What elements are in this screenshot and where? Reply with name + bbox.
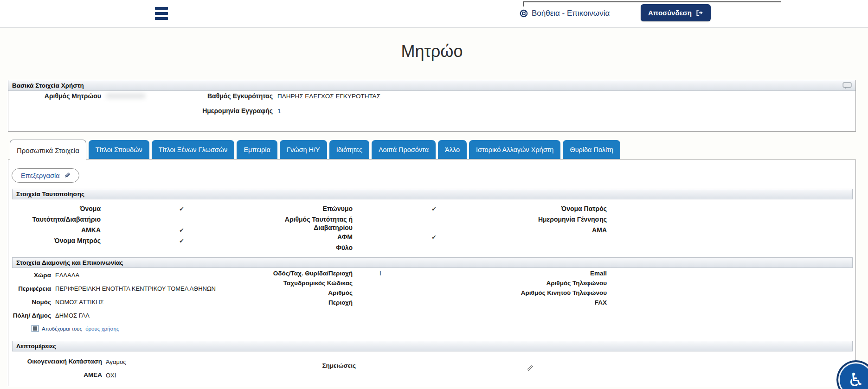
field-label: Επώνυμο [263,204,353,213]
field-row: Περιφέρεια ΠΕΡΙΦΕΡΕΙΑΚΗ ΕΝΟΤΗΤΑ ΚΕΝΤΡΙΚΟ… [12,285,263,295]
field-label: Αριθμός Κινητού Τηλεφώνου [515,289,607,297]
registry-number-label: Αριθμός Μητρώου [8,92,101,100]
user-basic-panel-header: Βασικά Στοιχεία Χρήστη [8,80,855,91]
tab-experience[interactable]: Εμπειρία [237,140,277,159]
identification-section-title: Στοιχεία Ταυτοποίησης [16,191,84,198]
field-row: Όνομα ✔ [12,204,263,214]
logout-icon [696,9,703,16]
profile-tabs: Προσωπικά Στοιχεία Τίτλοι Σπουδών Τίτλοι… [10,139,620,160]
tab-other[interactable]: Άλλο [438,140,467,159]
help-contact-link[interactable]: Βοήθεια - Επικοινωνία [520,9,610,18]
field-row: Χώρα ΕΛΛΑΔΑ [12,271,263,282]
validity-level-label: Βαθμός Εγκυρότητας [157,92,273,100]
field-label: Όνομα Μητρός [12,236,101,245]
details-section-header: Λεπτομέρειες [12,341,853,351]
field-row: Περιοχή [263,299,515,307]
tab-other-qualifications[interactable]: Λοιπά Προσόντα [372,140,436,159]
field-label: Οδός/Ταχ. Θυρίδα/Περιοχή [263,269,353,277]
field-label: Χώρα [12,271,51,279]
field-label: Ημερομηνία Γέννησης [515,215,607,223]
notes-label: Σημειώσεις [268,362,356,369]
edit-button-label: Επεξεργασία [21,172,60,179]
residence-column-3: Email Αριθμός Τηλεφώνου Αριθμός Κινητού … [515,269,856,308]
hamburger-icon [155,7,168,10]
field-value: ΠΕΡΙΦΕΡΕΙΑΚΗ ΕΝΟΤΗΤΑ ΚΕΝΤΡΙΚΟΥ ΤΟΜΕΑ ΑΘΗ… [55,285,216,292]
field-label: Email [515,269,607,277]
logout-button[interactable]: Αποσύνδεση [641,4,711,21]
terms-of-use-link[interactable]: όρους χρήσης [85,326,119,332]
tab-attributes[interactable]: Ιδιότητες [329,140,369,159]
field-row: Ημερομηνία Γέννησης [515,215,856,225]
field-row: Νομός ΝΟΜΟΣ ΑΤΤΙΚΗΣ [12,298,263,309]
user-basic-panel: Βασικά Στοιχεία Χρήστη Αριθμός Μητρώου Β… [8,80,856,132]
tab-change-history[interactable]: Ιστορικό Αλλαγών Χρήστη [469,140,560,159]
field-label: Αριθμός Ταυτότητας ή Διαβατηρίου [263,215,353,232]
check-icon: ✔ [353,204,515,214]
identification-column-1: Όνομα ✔ Ταυτότητα/Διαβατήριο ΑΜΚΑ ✔ Όνομ… [12,204,263,247]
field-label: Όνομα Πατρός [515,204,607,213]
validity-level-value: ΠΛΗΡΗΣ ΕΛΕΓΧΟΣ ΕΓΚΥΡΟΤΗΤΑΣ [277,93,380,100]
amea-label: ΑΜΕΑ [12,371,102,379]
checkbox-checked-mark [33,326,37,331]
residence-column-2: Οδός/Ταχ. Θυρίδα/Περιοχή Ι Ταχυδρομικός … [263,269,515,308]
field-row: ΑΜΑ [515,226,856,236]
field-label: ΑΜΑ [515,226,607,234]
field-row: Πόλη/ Δήμος ΔΗΜΟΣ ΓΑΛ [12,312,263,322]
personal-info-panel: Επεξεργασία ✎ Στοιχεία Ταυτοποίησης Όνομ… [8,159,856,386]
field-row: ΑΜΚΑ ✔ [12,226,263,236]
field-row: Αριθμός [263,289,515,297]
identification-column-3: Όνομα Πατρός Ημερομηνία Γέννησης ΑΜΑ [515,204,856,236]
field-value: ΔΗΜΟΣ ΓΑΛ [55,312,90,319]
field-label: Φύλο [263,243,353,252]
field-row: Όνομα Μητρός ✔ [12,236,263,246]
field-row: Ταυτότητα/Διαβατήριο [12,215,263,225]
field-label: Πόλη/ Δήμος [12,312,51,319]
amea-row: ΑΜΕΑ ΟΧΙ [12,371,116,379]
field-row: Ταχυδρομικός Κώδικας [263,279,515,287]
pencil-icon: ✎ [64,171,70,180]
page-title: Μητρώο [8,42,856,61]
field-row: Φύλο [263,243,515,253]
lifebuoy-icon [520,9,528,18]
hamburger-icon [155,17,168,20]
check-icon: ✔ [353,233,515,242]
registration-date-value: 1 [277,108,281,115]
field-row: Αριθμός Κινητού Τηλεφώνου [515,289,856,297]
top-header: Βοήθεια - Επικοινωνία Αποσύνδεση [0,0,868,28]
tab-personal-info[interactable]: Προσωπικά Στοιχεία [10,140,86,160]
terms-row: Αποδέχομαι τους όρους χρήσης [32,325,263,332]
wheelchair-icon: ♿ [848,369,864,389]
edit-button[interactable]: Επεξεργασία ✎ [12,168,79,183]
field-row: Όνομα Πατρός [515,204,856,214]
comment-icon[interactable] [842,82,852,91]
field-row: Αριθμός Τηλεφώνου [515,279,856,287]
field-label: Περιφέρεια [12,285,51,293]
terms-checkbox[interactable] [32,325,39,332]
tab-computer-skills[interactable]: Γνώση Η/Υ [280,140,327,159]
resize-grip-icon[interactable] [527,365,533,371]
field-label: Περιοχή [263,299,353,306]
details-section-title: Λεπτομέρειες [16,343,56,350]
family-status-row: Οικογενειακή Κατάσταση Άγαμος [12,358,126,365]
tab-foreign-languages[interactable]: Τίτλοι Ξένων Γλωσσών [152,140,235,159]
field-value: ΕΛΛΑΔΑ [55,271,79,279]
field-value: Ι [379,269,381,277]
family-status-label: Οικογενειακή Κατάσταση [12,358,102,365]
field-label: Ταυτότητα/Διαβατήριο [12,215,101,223]
registration-date-label: Ημερομηνία Εγγραφής [157,107,273,115]
logout-label: Αποσύνδεση [648,9,692,17]
header-divider-tick [523,1,524,6]
field-label: Αριθμός [263,289,353,297]
field-label: ΑΦΜ [263,233,353,241]
field-row: Επώνυμο ✔ [263,204,515,214]
field-row: Αριθμός Ταυτότητας ή Διαβατηρίου [263,215,515,232]
registry-number-row: Αριθμός Μητρώου Βαθμός Εγκυρότητας ΠΛΗΡΗ… [8,92,380,100]
tab-study-titles[interactable]: Τίτλοι Σπουδών [89,140,149,159]
hamburger-icon [155,12,168,15]
amea-value: ΟΧΙ [106,371,116,379]
notes-textarea[interactable] [361,359,534,371]
tab-citizen-box[interactable]: Θυρίδα Πολίτη [563,140,620,159]
family-status-value: Άγαμος [106,358,126,365]
menu-button[interactable] [155,6,168,20]
check-icon: ✔ [101,226,263,235]
